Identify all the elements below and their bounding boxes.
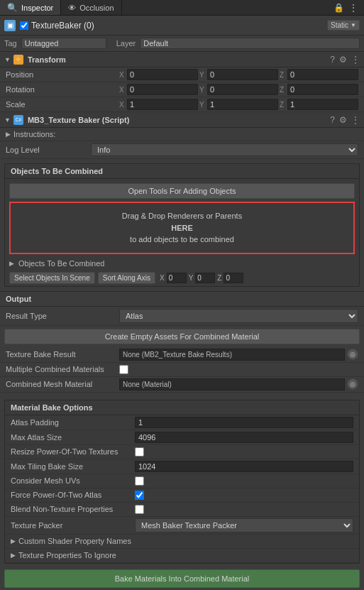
atlas-padding-input[interactable] bbox=[135, 417, 353, 428]
object-header: ▣ TextureBaker (0) Static ▼ bbox=[0, 16, 364, 35]
script-icon: C# bbox=[13, 115, 23, 125]
more-icon[interactable]: ⋮ bbox=[348, 2, 358, 13]
scale-xyz: X Y Z bbox=[119, 99, 358, 110]
script-help-icon[interactable]: ? bbox=[330, 115, 335, 125]
bake-materials-button[interactable]: Bake Materials Into Combined Material bbox=[4, 569, 360, 588]
rotation-x-input[interactable] bbox=[127, 84, 198, 95]
resize-pow2-checkbox[interactable] bbox=[135, 447, 144, 457]
scale-y-input[interactable] bbox=[207, 99, 278, 110]
log-level-dropdown[interactable]: Info bbox=[91, 143, 358, 156]
drag-drop-area[interactable]: Drag & Drop Renderers or Parents HERE to… bbox=[9, 202, 355, 254]
objects-collapse-icon: ▶ bbox=[9, 260, 14, 267]
tab-inspector-label: Inspector bbox=[21, 4, 53, 12]
texture-bake-input[interactable] bbox=[119, 349, 345, 361]
max-atlas-label: Max Atlas Size bbox=[11, 433, 135, 442]
custom-shader-collapse-icon: ▶ bbox=[11, 537, 16, 545]
sort-y-input[interactable] bbox=[195, 273, 215, 283]
position-y-input[interactable] bbox=[207, 69, 278, 80]
result-type-dropdown[interactable]: Atlas Multiple bbox=[119, 309, 358, 323]
static-label: Static bbox=[331, 21, 348, 29]
occlusion-icon: 👁 bbox=[68, 4, 76, 12]
layer-dropdown[interactable]: Default bbox=[140, 38, 360, 49]
transform-header[interactable]: ▼ ⊹ Transform ? ⚙ ⋮ bbox=[0, 52, 364, 67]
force-pow2-row: Force Power-Of-Two Atlas bbox=[5, 488, 359, 503]
rotation-z-input[interactable] bbox=[287, 84, 358, 95]
output-header: Output bbox=[0, 291, 364, 307]
material-bake-section: Material Bake Options Atlas Padding Max … bbox=[4, 400, 360, 564]
script-settings-icon[interactable]: ⚙ bbox=[339, 115, 347, 125]
sort-z-input[interactable] bbox=[224, 273, 243, 283]
tag-layer-row: Tag Untagged Layer Default bbox=[0, 35, 364, 52]
transform-section: ▼ ⊹ Transform ? ⚙ ⋮ Position X Y Z bbox=[0, 52, 364, 112]
texture-props-ignore-row[interactable]: ▶ Texture Properties To Ignore bbox=[5, 549, 359, 563]
custom-shader-row[interactable]: ▶ Custom Shader Property Names bbox=[5, 535, 359, 549]
texture-bake-label: Texture Bake Result bbox=[6, 350, 119, 359]
scale-z-input[interactable] bbox=[287, 99, 358, 110]
blend-non-texture-row: Blend Non-Texture Properties bbox=[5, 503, 359, 517]
drag-drop-line3: to add objects to be combined bbox=[18, 234, 346, 246]
position-z-input[interactable] bbox=[287, 69, 358, 80]
rotation-xyz: X Y Z bbox=[119, 84, 358, 95]
object-icon: ▣ bbox=[4, 20, 16, 31]
sort-x-label: X bbox=[160, 274, 165, 282]
script-title: MB3_Texture Baker (Script) bbox=[28, 116, 330, 124]
texture-props-label: Texture Properties To Ignore bbox=[18, 551, 116, 559]
objects-combine-section: Objects To Be Combined Open Tools For Ad… bbox=[4, 163, 360, 287]
combine-section-title: Objects To Be Combined bbox=[5, 164, 359, 179]
result-type-label: Result Type bbox=[6, 312, 119, 320]
script-menu-icon[interactable]: ⋮ bbox=[351, 115, 360, 125]
layer-label: Layer bbox=[116, 39, 136, 48]
object-active-checkbox[interactable] bbox=[20, 21, 28, 30]
rotation-y-input[interactable] bbox=[207, 84, 278, 95]
consider-mesh-uvs-row: Consider Mesh UVs bbox=[5, 474, 359, 488]
custom-shader-label: Custom Shader Property Names bbox=[18, 537, 131, 545]
transform-menu-icon[interactable]: ⋮ bbox=[351, 55, 360, 65]
open-tools-button[interactable]: Open Tools For Adding Objects bbox=[9, 183, 355, 199]
scale-x-input[interactable] bbox=[127, 99, 198, 110]
output-section: Output Result Type Atlas Multiple Create… bbox=[0, 291, 364, 395]
multiple-combined-checkbox[interactable] bbox=[119, 365, 128, 374]
select-objects-button[interactable]: Select Objects In Scene bbox=[9, 272, 95, 284]
texture-packer-dropdown[interactable]: Mesh Baker Texture Packer bbox=[135, 518, 353, 532]
sort-axis-xyz: X Y Z bbox=[160, 273, 243, 283]
objects-buttons-row: Select Objects In Scene Sort Along Axis … bbox=[5, 270, 359, 286]
sort-y-label: Y bbox=[189, 274, 194, 282]
resize-pow2-row: Resize Power-Of-Two Textures bbox=[5, 445, 359, 459]
force-pow2-checkbox[interactable] bbox=[135, 491, 144, 500]
create-assets-button[interactable]: Create Empty Assets For Combined Materia… bbox=[4, 329, 360, 344]
object-name: TextureBaker (0) bbox=[31, 21, 327, 31]
combined-mesh-field-group: ◎ bbox=[119, 378, 358, 390]
transform-help-icon[interactable]: ? bbox=[330, 55, 335, 65]
transform-actions: ? ⚙ ⋮ bbox=[330, 55, 360, 65]
inspector-icon: 🔍 bbox=[7, 3, 18, 13]
position-x-input[interactable] bbox=[127, 69, 198, 80]
tab-occlusion[interactable]: 👁 Occlusion bbox=[61, 0, 121, 15]
instructions-label: Instructions: bbox=[13, 130, 55, 138]
sort-x-input[interactable] bbox=[167, 273, 187, 283]
instructions-row[interactable]: ▶ Instructions: bbox=[0, 128, 364, 141]
lock-icon[interactable]: 🔒 bbox=[333, 3, 344, 13]
texture-bake-picker-button[interactable]: ◎ bbox=[347, 349, 358, 360]
position-label: Position bbox=[6, 70, 119, 79]
max-atlas-input[interactable] bbox=[135, 432, 353, 443]
rotation-label: Rotation bbox=[6, 85, 119, 94]
sort-along-axis-button[interactable]: Sort Along Axis bbox=[98, 272, 155, 284]
script-collapse-icon: ▼ bbox=[4, 116, 11, 124]
transform-settings-icon[interactable]: ⚙ bbox=[339, 55, 347, 65]
scale-row: Scale X Y Z bbox=[0, 97, 364, 112]
pos-z-label: Z bbox=[280, 71, 286, 79]
blend-non-texture-checkbox[interactable] bbox=[135, 505, 144, 514]
objects-combined-label: Objects To Be Combined bbox=[18, 259, 104, 268]
combined-mesh-picker-button[interactable]: ◎ bbox=[347, 378, 358, 390]
combined-mesh-input[interactable] bbox=[119, 378, 345, 390]
script-section-header[interactable]: ▼ C# MB3_Texture Baker (Script) ? ⚙ ⋮ bbox=[0, 112, 364, 128]
rot-z-label: Z bbox=[280, 86, 286, 94]
transform-icon: ⊹ bbox=[13, 55, 23, 65]
tab-inspector[interactable]: 🔍 Inspector bbox=[0, 0, 61, 15]
max-tiling-input[interactable] bbox=[135, 461, 353, 472]
objects-combined-row: ▶ Objects To Be Combined bbox=[5, 257, 359, 270]
resize-pow2-label: Resize Power-Of-Two Textures bbox=[11, 447, 135, 456]
tag-dropdown[interactable]: Untagged bbox=[21, 38, 106, 49]
consider-mesh-uvs-checkbox[interactable] bbox=[135, 476, 144, 486]
static-button[interactable]: Static ▼ bbox=[327, 20, 360, 31]
